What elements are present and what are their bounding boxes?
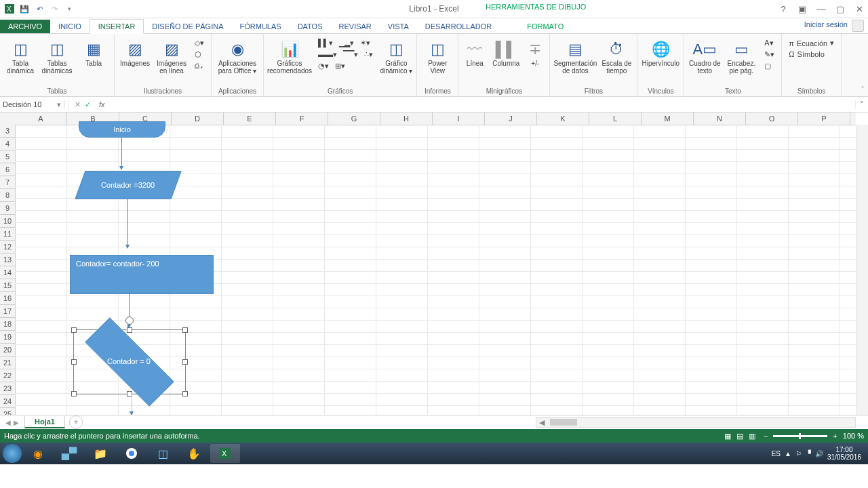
redo-icon[interactable]: ↷ <box>47 2 61 16</box>
tray-network-icon[interactable]: ▝ <box>806 450 811 458</box>
rotate-handle[interactable] <box>125 317 134 325</box>
btn-mini-winloss[interactable]: ∓+/- <box>524 37 547 68</box>
connector-1[interactable] <box>121 137 122 169</box>
taskbar-excel[interactable]: X <box>210 444 240 463</box>
view-normal-icon[interactable]: ▦ <box>722 432 734 441</box>
tab-archivo[interactable]: ARCHIVO <box>0 20 50 33</box>
col-header[interactable]: N <box>694 113 746 125</box>
taskbar-chrome[interactable] <box>117 444 146 463</box>
tab-revisar[interactable]: REVISAR <box>331 20 380 33</box>
sheet-nav[interactable]: ◀▶ <box>0 419 24 426</box>
row-header[interactable]: 13 <box>0 253 15 266</box>
view-buttons[interactable]: ▦▤▥ <box>722 432 758 441</box>
btn-signature[interactable]: ✎▾ <box>762 49 777 60</box>
tab-insertar[interactable]: INSERTAR <box>90 19 144 34</box>
zoom-level[interactable]: 100 % <box>843 432 864 440</box>
col-header[interactable]: E <box>224 113 276 125</box>
ribbon-display-icon[interactable]: ▣ <box>795 1 810 16</box>
col-header[interactable]: K <box>537 113 589 125</box>
row-header[interactable]: 25 <box>0 408 15 415</box>
tab-formato[interactable]: FORMATO <box>519 20 572 33</box>
row-header[interactable]: 8 <box>0 189 15 202</box>
connector-4[interactable] <box>132 394 132 415</box>
btn-mini-linea[interactable]: 〰Línea <box>461 37 488 68</box>
shape-io[interactable]: Contador =3200 <box>75 171 181 199</box>
btn-simbolo[interactable]: Ω Símbolo <box>786 49 837 59</box>
btn-power-view[interactable]: ◫Power View <box>420 37 455 76</box>
row-header[interactable]: 22 <box>0 369 15 382</box>
row-header[interactable]: 12 <box>0 241 15 253</box>
btn-ecuacion[interactable]: π Ecuación ▾ <box>786 38 837 48</box>
col-header[interactable]: F <box>276 113 328 125</box>
handle-se[interactable] <box>182 391 188 396</box>
row-header[interactable]: 10 <box>0 215 15 228</box>
maximize-icon[interactable]: ▢ <box>833 1 848 16</box>
row-headers[interactable]: 345678910111213141516171819202122232425 <box>0 125 16 415</box>
user-avatar[interactable] <box>852 20 864 32</box>
col-header[interactable]: P <box>798 113 850 125</box>
qat-customize-icon[interactable]: ▾ <box>62 2 76 16</box>
col-header[interactable]: L <box>589 113 642 125</box>
zoom-out-icon[interactable]: − <box>764 432 768 440</box>
tab-inicio[interactable]: INICIO <box>50 20 90 33</box>
handle-nw[interactable] <box>71 327 77 333</box>
row-header[interactable]: 16 <box>0 292 15 305</box>
shape-start[interactable]: Inicio <box>79 121 165 138</box>
col-header[interactable]: D <box>172 113 224 125</box>
btn-object[interactable]: ▢ <box>762 61 777 71</box>
col-header[interactable]: I <box>433 113 485 125</box>
row-header[interactable]: 21 <box>0 357 15 369</box>
collapse-ribbon-icon[interactable]: ˆ <box>861 85 864 94</box>
btn-grafico-dinamico[interactable]: ◫Gráfico dinámico ▾ <box>378 37 414 76</box>
close-icon[interactable]: ✕ <box>852 1 867 16</box>
col-header[interactable]: J <box>485 113 537 125</box>
btn-wordart[interactable]: A▾ <box>762 38 777 48</box>
btn-escala-tiempo[interactable]: ⏱Escala de tiempo <box>599 37 634 76</box>
handle-ne[interactable] <box>182 327 188 333</box>
btn-imagenes-en-linea[interactable]: ▨Imágenes en línea <box>154 37 189 76</box>
btn-tabla[interactable]: ▦Tabla <box>76 37 111 68</box>
btn-tablas-dinamicas[interactable]: ◫Tablas dinámicas <box>39 37 75 76</box>
taskbar-app1[interactable]: ◫ <box>148 444 178 463</box>
lang-indicator[interactable]: ES <box>772 450 781 458</box>
zoom-slider[interactable] <box>773 435 827 437</box>
taskbar-media[interactable]: ◉ <box>23 444 53 463</box>
row-header[interactable]: 9 <box>0 202 15 215</box>
btn-chart-col[interactable]: ▌▌▾ ▁▂▾ ✶▾ <box>315 38 376 48</box>
cancel-icon[interactable]: ✕ <box>75 100 81 109</box>
btn-aplicaciones[interactable]: ◉Aplicaciones para Office ▾ <box>214 37 260 76</box>
help-icon[interactable]: ? <box>776 1 791 16</box>
connector-2[interactable] <box>127 199 128 248</box>
formula-input[interactable] <box>108 100 855 108</box>
handle-e[interactable] <box>182 359 188 365</box>
shape-decision[interactable]: Contador = 0 <box>84 331 174 392</box>
expand-formula-icon[interactable]: ˅ <box>855 100 868 109</box>
tray-volume-icon[interactable]: 🔊 <box>815 450 823 458</box>
row-header[interactable]: 20 <box>0 344 15 357</box>
btn-tabla-dinamica[interactable]: ◫Tabla dinámica <box>3 37 38 76</box>
zoom-in-icon[interactable]: + <box>833 432 837 440</box>
btn-screenshot[interactable]: ⎙▾ <box>192 61 207 70</box>
row-header[interactable]: 3 <box>0 125 15 138</box>
row-header[interactable]: 19 <box>0 331 15 344</box>
tab-vista[interactable]: VISTA <box>380 20 417 33</box>
col-header[interactable]: O <box>746 113 798 125</box>
enter-icon[interactable]: ✓ <box>85 100 91 109</box>
tab-desarrollador[interactable]: DESARROLLADOR <box>417 20 500 33</box>
clock[interactable]: 17:0031/05/2016 <box>827 446 865 461</box>
row-header[interactable]: 5 <box>0 150 15 163</box>
row-header[interactable]: 24 <box>0 395 15 408</box>
btn-shapes[interactable]: ◇▾ <box>192 38 207 48</box>
handle-sw[interactable] <box>71 391 77 396</box>
col-header[interactable]: A <box>15 113 67 125</box>
btn-chart-bar[interactable]: ▬▬▾ ▔▔▾ ∴▾ <box>315 49 376 60</box>
fx-icon[interactable]: fx <box>96 100 108 108</box>
sign-in-link[interactable]: Iniciar sesión <box>804 20 848 28</box>
minimize-icon[interactable]: — <box>814 1 829 16</box>
col-header[interactable]: H <box>380 113 433 125</box>
btn-cuadro-texto[interactable]: A▭Cuadro de texto <box>687 37 722 76</box>
row-header[interactable]: 4 <box>0 138 15 150</box>
row-header[interactable]: 18 <box>0 318 15 331</box>
tray-action-icon[interactable]: ⚐ <box>795 450 802 458</box>
tab-formulas[interactable]: FÓRMULAS <box>232 20 290 33</box>
